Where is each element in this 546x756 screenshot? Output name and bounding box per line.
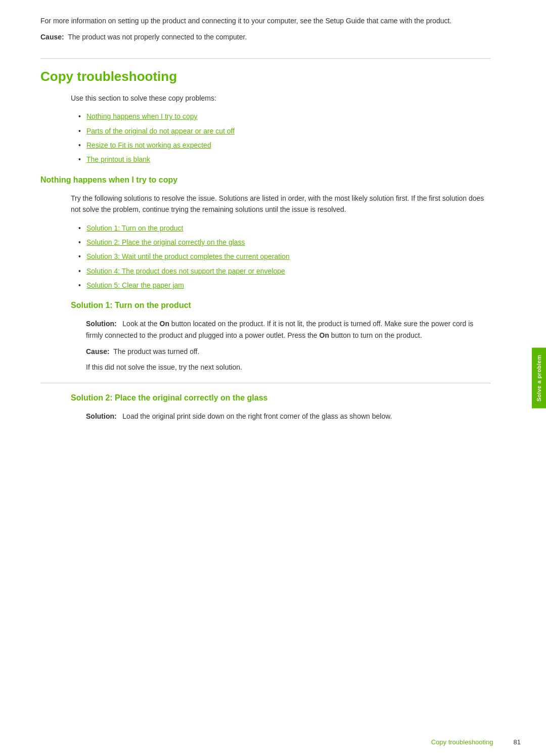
side-tab: Solve a problem (532, 348, 546, 409)
footer-bar: Copy troubleshooting 81 (40, 738, 521, 746)
solution1-description: Solution: Look at the On button located … (86, 318, 490, 341)
solution-link-3[interactable]: Solution 3: Wait until the product compl… (86, 252, 290, 260)
copy-troubleshooting-intro: Use this section to solve these copy pro… (40, 93, 490, 104)
intro-section: For more information on setting up the p… (40, 15, 490, 43)
side-tab-text: Solve a problem (536, 354, 542, 401)
solution1-section: Solution 1: Turn on the product Solution… (40, 301, 490, 373)
link-resize-fit[interactable]: Resize to Fit is not working as expected (86, 141, 211, 149)
solution-list-item-5: Solution 5: Clear the paper jam (78, 280, 490, 291)
link-parts-original[interactable]: Parts of the original do not appear or a… (86, 127, 235, 135)
main-content: For more information on setting up the p… (0, 0, 531, 756)
solution-list-item-2: Solution 2: Place the original correctly… (78, 237, 490, 248)
section-divider-2 (40, 383, 490, 383)
nothing-happens-section: Nothing happens when I try to copy Try t… (40, 175, 490, 291)
solution2-title: Solution 2: Place the original correctly… (71, 393, 490, 403)
solution1-text: Look at the On button located on the pro… (86, 320, 473, 339)
solution2-label: Solution: (86, 412, 117, 420)
page-number: 81 (514, 738, 521, 746)
intro-text: For more information on setting up the p… (40, 15, 490, 26)
solution-link-2[interactable]: Solution 2: Place the original correctly… (86, 238, 245, 246)
solution-link-1[interactable]: Solution 1: Turn on the product (86, 224, 183, 232)
nothing-happens-title: Nothing happens when I try to copy (40, 175, 490, 185)
page-container: For more information on setting up the p… (0, 0, 546, 756)
solution2-section: Solution 2: Place the original correctly… (40, 393, 490, 422)
solution1-cause-text: The product was turned off. (113, 347, 199, 355)
list-item-1: Nothing happens when I try to copy (78, 111, 490, 122)
solution1-label: Solution: (86, 320, 117, 328)
solution1-header: Solution 1: Turn on the product (40, 301, 490, 310)
solution2-content: Solution: Load the original print side d… (40, 411, 490, 422)
solution1-followup: If this did not solve the issue, try the… (86, 362, 490, 373)
solution-link-4[interactable]: Solution 4: The product does not support… (86, 267, 285, 275)
list-item-3: Resize to Fit is not working as expected (78, 140, 490, 151)
solution-list-item-3: Solution 3: Wait until the product compl… (78, 251, 490, 262)
copy-troubleshooting-title: Copy troubleshooting (40, 69, 490, 84)
section-divider-1 (40, 58, 490, 59)
solution2-text: Load the original print side down on the… (122, 412, 392, 420)
solution2-description: Solution: Load the original print side d… (86, 411, 490, 422)
solution2-header: Solution 2: Place the original correctly… (40, 393, 490, 403)
cause-value: The product was not properly connected t… (68, 33, 247, 41)
nothing-happens-intro: Try the following solutions to resolve t… (40, 193, 490, 215)
footer-label: Copy troubleshooting (431, 738, 493, 746)
solutions-list: Solution 1: Turn on the product Solution… (40, 223, 490, 291)
solution-link-5[interactable]: Solution 5: Clear the paper jam (86, 281, 184, 289)
copy-links-list: Nothing happens when I try to copy Parts… (40, 111, 490, 165)
cause-label: Cause: (40, 33, 64, 41)
solution1-content: Solution: Look at the On button located … (40, 318, 490, 373)
list-item-4: The printout is blank (78, 154, 490, 165)
side-tab-wrapper: Solve a problem (532, 0, 546, 756)
solution1-cause: Cause: The product was turned off. (86, 346, 490, 357)
solution-list-item-1: Solution 1: Turn on the product (78, 223, 490, 234)
link-nothing-happens[interactable]: Nothing happens when I try to copy (86, 112, 197, 120)
solution-list-item-4: Solution 4: The product does not support… (78, 265, 490, 277)
link-printout-blank[interactable]: The printout is blank (86, 155, 150, 163)
cause-line: Cause: The product was not properly conn… (40, 31, 490, 42)
list-item-2: Parts of the original do not appear or a… (78, 125, 490, 137)
copy-troubleshooting-section: Copy troubleshooting Use this section to… (40, 69, 490, 165)
solution1-title: Solution 1: Turn on the product (71, 301, 490, 310)
solution1-cause-label: Cause: (86, 347, 110, 355)
